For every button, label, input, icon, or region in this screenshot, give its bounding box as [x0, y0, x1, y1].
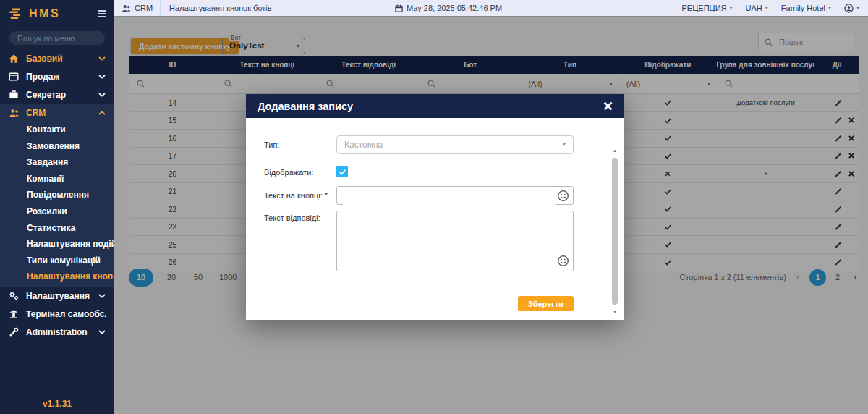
user-icon [844, 4, 854, 13]
sidebar-item-label: CRM [26, 108, 98, 118]
save-button[interactable]: Зберегти [518, 296, 574, 311]
chevron-down-icon: ▾ [856, 5, 859, 11]
sidebar-subitem[interactable]: Розсилки [0, 203, 114, 220]
breadcrumb: Налаштування кнопок ботів [161, 0, 281, 16]
close-icon[interactable]: ✕ [603, 100, 613, 113]
sidebar-item-label: Термінал самообслуговува... [26, 309, 106, 319]
app-version: v1.1.31 [0, 399, 114, 414]
sidebar-item-label: Налаштування [26, 291, 98, 301]
emoji-picker-icon[interactable] [557, 190, 569, 202]
sidebar-subitem[interactable]: Замовлення [0, 138, 114, 155]
breadcrumb-page-label: Налаштування кнопок ботів [169, 4, 272, 12]
chevron-down-icon [98, 330, 106, 334]
terminal-icon [9, 309, 20, 320]
sidebar-subitem[interactable]: Завдання [0, 154, 114, 171]
modal-footer: Зберегти [264, 296, 574, 311]
chevron-down-icon [98, 56, 106, 61]
reception-dropdown[interactable]: РЕЦЕПЦИЯ ▾ [682, 4, 733, 12]
breadcrumb-module-label: CRM [135, 4, 153, 12]
sidebar-item-label: Секретар [26, 90, 98, 100]
hotel-dropdown[interactable]: Family Hotel ▾ [781, 4, 831, 12]
sidebar-item-secretary[interactable]: Секретар [0, 85, 114, 104]
sidebar-item-sales[interactable]: Продаж [0, 67, 114, 85]
response-text-area[interactable] [343, 214, 556, 268]
sidebar-subitem[interactable]: Повідомлення [0, 187, 114, 203]
datetime-display: May 28, 2025 05:42:46 PM [395, 0, 502, 16]
chevron-down-icon: ▾ [765, 5, 768, 11]
chevron-down-icon [98, 294, 106, 298]
sidebar: HMS БазовийПродажСекретарCRMКонтактиЗамо… [0, 0, 114, 414]
scroll-down-icon[interactable]: ▼ [613, 310, 617, 314]
scroll-up-icon[interactable]: ▲ [613, 148, 617, 153]
crm-section: CRMКонтактиЗамовленняЗавданняКомпаніїПов… [0, 104, 114, 287]
sidebar-subitem[interactable]: Статистика [0, 220, 114, 237]
logo-row: HMS [0, 0, 114, 25]
sidebar-item-label: Administration [26, 327, 98, 337]
administration-icon [9, 327, 20, 338]
topbar: CRM Налаштування кнопок ботів May 28, 20… [114, 0, 868, 17]
sidebar-collapse-icon[interactable] [96, 9, 107, 19]
response-text-label: Текст відповіді: [264, 211, 336, 271]
scrollbar-thumb[interactable] [612, 158, 618, 305]
chevron-up-icon [98, 111, 106, 115]
add-record-modal: Додавання запису ✕ Тип: Кастомна ▾ Відоб… [246, 94, 624, 320]
modal-title: Додавання запису [258, 101, 603, 112]
chevron-down-icon: ▾ [563, 142, 566, 148]
type-select[interactable]: Кастомна ▾ [336, 135, 574, 154]
settings-icon [9, 291, 20, 302]
sidebar-item-settings[interactable]: Налаштування [0, 287, 114, 305]
sidebar-subitem[interactable]: Типи комунікацій [0, 253, 114, 269]
chevron-down-icon: ▾ [730, 5, 733, 11]
modal-scrollbar: ▲ ▼ [611, 148, 618, 314]
sidebar-item-label: Базовий [26, 54, 98, 64]
button-text-input-wrap [336, 186, 574, 205]
datetime-text: May 28, 2025 05:42:46 PM [407, 4, 502, 12]
modal-body: Тип: Кастомна ▾ Відображати: Текст на кн… [246, 118, 624, 320]
menu-search-input[interactable] [9, 31, 105, 45]
visible-field-row: Відображати: [264, 163, 595, 177]
button-text-field-row: Текст на кнопці: * [264, 186, 595, 205]
sidebar-item-crm[interactable]: CRM [0, 104, 114, 122]
currency-dropdown[interactable]: UAH ▾ [746, 4, 768, 12]
sidebar-subitem[interactable]: Налаштування кнопок бо... [0, 269, 114, 285]
chevron-down-icon [98, 75, 106, 79]
response-text-area-wrap [336, 211, 574, 271]
response-text-field-row: Текст відповіді: [264, 211, 595, 271]
type-select-placeholder: Кастомна [344, 140, 383, 150]
app-logo-text: HMS [29, 7, 96, 20]
calendar-icon [395, 4, 403, 12]
sidebar-item-basic[interactable]: Базовий [0, 49, 114, 67]
crm-icon [9, 107, 20, 118]
user-menu[interactable]: ▾ [844, 4, 859, 13]
secretary-icon [9, 89, 20, 100]
sidebar-subitem[interactable]: Налаштування подій [0, 236, 114, 253]
type-label: Тип: [264, 135, 336, 154]
breadcrumb-module[interactable]: CRM [114, 0, 161, 16]
chevron-down-icon [98, 93, 106, 97]
visible-checkbox[interactable] [336, 166, 348, 177]
sidebar-item-label: Продаж [26, 72, 98, 82]
button-text-input[interactable] [343, 187, 556, 205]
crm-module-icon [122, 4, 131, 13]
visible-label: Відображати: [264, 163, 336, 177]
sidebar-menu: БазовийПродажСекретарCRMКонтактиЗамовлен… [0, 49, 114, 342]
sidebar-subitem[interactable]: Контакти [0, 122, 114, 138]
sidebar-item-administration[interactable]: Administration [0, 324, 114, 342]
modal-header: Додавання запису ✕ [246, 94, 624, 118]
hms-logo-icon [9, 8, 22, 20]
topbar-right: РЕЦЕПЦИЯ ▾ UAH ▾ Family Hotel ▾ ▾ [682, 4, 868, 13]
sidebar-item-terminal[interactable]: Термінал самообслуговува... [0, 305, 114, 324]
sidebar-subitem[interactable]: Компанії [0, 171, 114, 187]
type-field-row: Тип: Кастомна ▾ [264, 135, 595, 154]
button-text-label: Текст на кнопці: * [264, 186, 336, 205]
sales-icon [9, 71, 20, 82]
emoji-picker-icon[interactable] [557, 255, 569, 267]
basic-icon [9, 53, 20, 64]
chevron-down-icon: ▾ [828, 5, 831, 11]
